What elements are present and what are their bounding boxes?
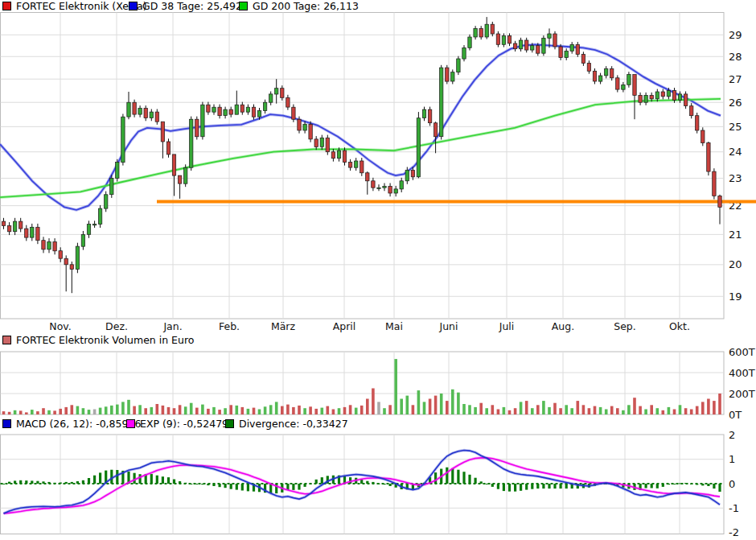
svg-text:Dez.: Dez. <box>105 320 128 332</box>
legend-item-price: FORTEC Elektronik (Xetra) <box>2 1 147 11</box>
svg-text:21: 21 <box>729 229 742 241</box>
legend-item-divergence: Divergence: -0,33427 <box>225 418 348 429</box>
svg-text:20: 20 <box>729 258 742 270</box>
macd-swatch <box>2 419 11 428</box>
svg-text:19: 19 <box>729 291 742 303</box>
macd-legend: MACD (26, 12): -0,85906 EXP (9): -0,5247… <box>0 418 756 430</box>
svg-text:Jan.: Jan. <box>162 320 182 332</box>
volume-legend: FORTEC Elektronik Volumen in Euro <box>0 334 756 346</box>
month-axis-labels: Nov.Dez.Jan.Feb.MärzAprilMaiJuniJuliAug.… <box>49 320 690 332</box>
svg-text:26: 26 <box>729 97 742 109</box>
svg-text:200T: 200T <box>729 388 755 400</box>
volume-bars <box>2 359 721 414</box>
svg-text:28: 28 <box>729 51 742 63</box>
chart-canvas: 2928272625242322212019Nov.Dez.Jan.Feb.Mä… <box>0 0 756 540</box>
svg-text:Sep.: Sep. <box>614 320 636 332</box>
svg-text:2: 2 <box>729 429 735 441</box>
svg-text:Aug.: Aug. <box>552 320 574 332</box>
divergence-swatch <box>225 419 234 428</box>
svg-text:Juli: Juli <box>499 320 515 332</box>
macd-label: MACD (26, 12): -0,85906 <box>16 418 141 429</box>
svg-text:24: 24 <box>729 146 742 158</box>
volume-swatch <box>2 336 11 344</box>
main-chart-legend: FORTEC Elektronik (Xetra) GD 38 Tage: 25… <box>0 0 756 12</box>
legend-item-macd: MACD (26, 12): -0,85906 <box>2 418 141 429</box>
exp-label: EXP (9): -0,52479 <box>140 418 228 429</box>
gd38-swatch <box>129 2 138 10</box>
svg-text:27: 27 <box>729 73 742 85</box>
exp-swatch <box>126 419 135 428</box>
svg-text:Feb.: Feb. <box>219 320 240 332</box>
legend-item-gd200: GD 200 Tage: 26,113 <box>239 1 359 11</box>
svg-text:Nov.: Nov. <box>49 320 71 332</box>
divergence-label: Divergence: -0,33427 <box>239 418 348 429</box>
svg-text:400T: 400T <box>729 367 755 379</box>
gd200-swatch <box>239 2 248 10</box>
svg-text:-2: -2 <box>729 526 739 538</box>
gd38-label: GD 38 Tage: 25,492 <box>142 1 242 11</box>
svg-text:600T: 600T <box>729 346 755 358</box>
volume-label: FORTEC Elektronik Volumen in Euro <box>16 335 194 345</box>
svg-text:0: 0 <box>729 478 735 490</box>
macd-axis-labels: 210-1-2 <box>729 429 739 538</box>
svg-text:April: April <box>333 320 356 332</box>
legend-item-volume: FORTEC Elektronik Volumen in Euro <box>2 335 194 345</box>
svg-text:Mai: Mai <box>385 320 403 332</box>
gridlines <box>1 13 725 534</box>
legend-item-gd38: GD 38 Tage: 25,492 <box>129 1 242 11</box>
svg-text:Juni: Juni <box>438 320 458 332</box>
legend-item-exp: EXP (9): -0,52479 <box>126 418 228 429</box>
svg-text:25: 25 <box>729 121 742 133</box>
stock-chart-panel: 2928272625242322212019Nov.Dez.Jan.Feb.Mä… <box>0 0 756 540</box>
price-axis-labels: 2928272625242322212019 <box>729 29 742 303</box>
svg-text:1: 1 <box>729 453 735 465</box>
svg-text:März: März <box>271 320 296 332</box>
svg-text:-1: -1 <box>729 502 739 514</box>
svg-text:29: 29 <box>729 29 742 41</box>
svg-text:23: 23 <box>729 172 742 184</box>
gd200-label: GD 200 Tage: 26,113 <box>253 1 359 11</box>
volume-axis-labels: 600T400T200T0T <box>729 346 755 421</box>
svg-text:Okt.: Okt. <box>669 320 690 332</box>
price-series-label: FORTEC Elektronik (Xetra) <box>16 1 147 11</box>
price-series-swatch <box>2 2 11 10</box>
